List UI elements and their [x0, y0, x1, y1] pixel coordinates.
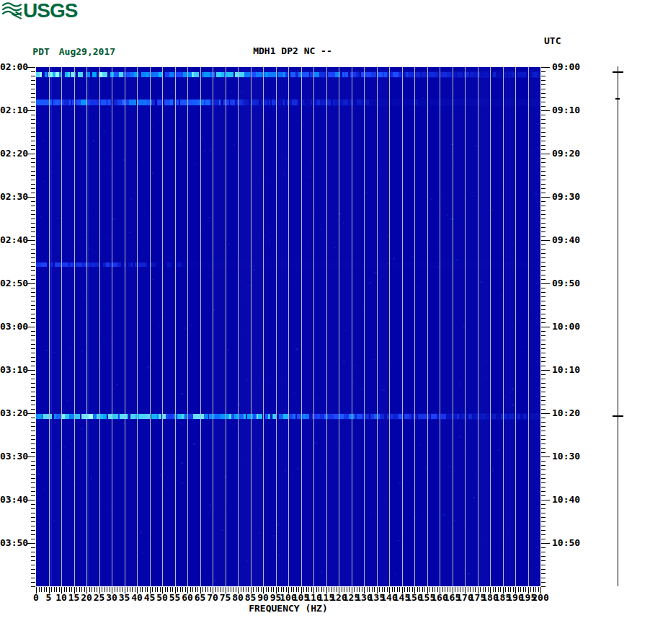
noise-speckle	[293, 345, 295, 346]
noise-speckle	[106, 506, 107, 508]
noise-speckle	[365, 299, 367, 300]
frequency-tick	[402, 587, 403, 594]
frequency-tick	[530, 587, 531, 592]
frequency-tick	[132, 587, 133, 592]
left-minute-tick	[31, 340, 35, 340]
left-minute-tick	[31, 396, 35, 397]
right-minute-tick	[541, 491, 546, 492]
event-segment	[302, 100, 304, 105]
right-time-label: 09:20	[552, 149, 595, 159]
noise-speckle	[513, 242, 514, 244]
frequency-tick	[342, 587, 342, 592]
amplitude-trace-line	[618, 66, 618, 586]
left-time-label: 03:20	[0, 408, 26, 418]
right-minute-tick	[541, 435, 546, 436]
frequency-tick	[540, 587, 541, 594]
frequency-tick	[394, 587, 395, 592]
left-minute-tick	[31, 539, 35, 539]
noise-speckle	[264, 177, 266, 180]
noise-speckle	[436, 70, 437, 71]
right-minute-tick	[541, 188, 546, 189]
frequency-tick	[412, 587, 413, 592]
noise-speckle	[43, 489, 45, 490]
frequency-tick	[498, 587, 499, 592]
noise-speckle	[53, 122, 56, 123]
event-segment	[393, 72, 399, 77]
right-minute-tick	[541, 262, 546, 263]
frequency-tick	[495, 587, 496, 592]
noise-speckle	[240, 461, 242, 462]
event-segment	[320, 100, 326, 105]
noise-speckle	[369, 282, 372, 283]
left-minute-tick	[31, 487, 35, 488]
left-minute-tick	[31, 141, 35, 141]
event-segment	[223, 100, 229, 105]
noise-speckle	[294, 392, 295, 393]
noise-speckle	[533, 561, 535, 563]
noise-speckle	[37, 473, 40, 475]
event-segment	[139, 414, 145, 419]
event-segment	[38, 414, 42, 419]
left-minute-tick	[31, 136, 35, 137]
gridline	[301, 67, 302, 586]
right-minute-tick	[541, 128, 546, 128]
frequency-tick-label: 10	[50, 593, 72, 603]
frequency-tick	[130, 587, 130, 592]
frequency-tick	[525, 587, 526, 592]
noise-speckle	[343, 469, 345, 471]
noise-speckle	[399, 482, 401, 484]
event-segment	[221, 414, 226, 419]
left-minute-tick	[31, 409, 35, 410]
event-segment	[381, 414, 384, 419]
noise-speckle	[89, 147, 90, 149]
noise-speckle	[519, 321, 521, 322]
right-minute-tick	[541, 318, 546, 319]
usgs-logo-text: USGS	[23, 1, 77, 20]
noise-speckle	[246, 380, 248, 381]
noise-column	[528, 67, 541, 586]
gridline	[515, 67, 516, 586]
gridline	[453, 67, 453, 586]
event-segment	[188, 414, 193, 419]
frequency-tick	[81, 587, 82, 592]
frequency-tick	[226, 587, 226, 594]
frequency-tick	[354, 587, 355, 592]
noise-speckle	[468, 573, 470, 575]
noise-speckle	[253, 397, 254, 399]
noise-speckle	[210, 149, 212, 151]
frequency-tick	[432, 587, 433, 592]
usgs-logo: USGS	[2, 1, 77, 20]
right-minute-tick	[541, 452, 546, 453]
right-minute-tick	[541, 266, 546, 267]
event-segment	[244, 414, 246, 419]
frequency-tick	[140, 587, 141, 592]
left-minute-tick	[31, 223, 35, 224]
noise-speckle	[227, 349, 229, 351]
frequency-tick	[435, 587, 435, 592]
right-time-label: 09:10	[552, 105, 595, 115]
event-segment	[258, 414, 262, 419]
left-minute-tick	[31, 469, 35, 470]
frequency-tick-label: 65	[190, 593, 211, 603]
frequency-tick	[61, 587, 62, 594]
noise-speckle	[510, 392, 512, 393]
noise-speckle	[459, 383, 460, 385]
noise-speckle	[202, 225, 203, 227]
event-segment	[283, 414, 288, 419]
frequency-tick	[182, 587, 183, 592]
frequency-tick	[407, 587, 408, 592]
noise-speckle	[67, 462, 69, 463]
right-minute-tick	[541, 154, 550, 154]
noise-speckle	[272, 535, 275, 537]
event-segment	[103, 414, 107, 419]
noise-speckle	[343, 222, 344, 224]
frequency-tick	[538, 587, 539, 592]
left-minute-tick	[31, 565, 35, 565]
noise-speckle	[163, 474, 165, 475]
right-time-label: 10:00	[552, 322, 595, 332]
left-minute-tick	[31, 586, 35, 587]
left-minute-tick	[27, 283, 35, 284]
right-minute-tick	[541, 357, 546, 358]
noise-speckle	[63, 563, 64, 563]
right-minute-tick	[541, 474, 546, 475]
